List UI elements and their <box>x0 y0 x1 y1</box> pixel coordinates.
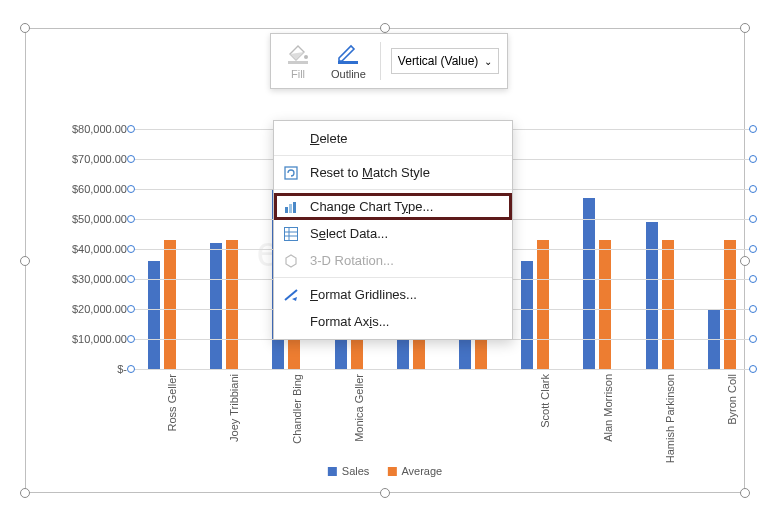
bar-average[interactable] <box>226 240 238 369</box>
y-axis-label: $30,000.00 <box>59 273 127 285</box>
ctx-label: Format Gridlines... <box>310 287 417 302</box>
axis-selection-marker[interactable] <box>127 125 135 133</box>
outline-button[interactable]: Outline <box>327 40 370 82</box>
svg-rect-1 <box>288 61 308 64</box>
bar-sales[interactable] <box>583 198 595 369</box>
bar-average[interactable] <box>537 240 549 369</box>
svg-point-0 <box>304 55 308 59</box>
axis-selection-marker[interactable] <box>749 185 757 193</box>
axis-selection-marker[interactable] <box>749 215 757 223</box>
paint-bucket-icon <box>286 42 310 64</box>
axis-selection-marker[interactable] <box>749 305 757 313</box>
ctx-format-gridlines[interactable]: Format Gridlines... <box>274 281 512 308</box>
axis-selection-marker[interactable] <box>127 155 135 163</box>
x-axis-label: Joey Tribbiani <box>228 374 240 474</box>
x-axis-label: Scott Clark <box>539 374 551 474</box>
y-axis-label: $- <box>59 363 127 375</box>
rotation-3d-icon <box>282 252 300 270</box>
x-axis-label: Chandler Bing <box>291 374 303 474</box>
ctx-label: Change Chart Type... <box>310 199 433 214</box>
svg-rect-2 <box>338 61 358 64</box>
axis-selection-marker[interactable] <box>749 125 757 133</box>
x-axis-label: Byron Coll <box>726 374 738 474</box>
bar-sales[interactable] <box>521 261 533 369</box>
pen-outline-icon <box>336 42 360 64</box>
svg-rect-3 <box>285 167 297 179</box>
dropdown-value: Vertical (Value) <box>398 54 478 68</box>
axis-selection-marker[interactable] <box>127 305 135 313</box>
resize-handle[interactable] <box>740 23 750 33</box>
ctx-label: 3-D Rotation... <box>310 253 394 268</box>
axis-selection-marker[interactable] <box>749 335 757 343</box>
mini-format-toolbar: Fill Outline Vertical (Value) ⌄ <box>270 33 508 89</box>
axis-selection-marker[interactable] <box>749 365 757 373</box>
axis-selection-marker[interactable] <box>749 275 757 283</box>
y-axis-label: $60,000.00 <box>59 183 127 195</box>
resize-handle[interactable] <box>20 488 30 498</box>
legend-label: Average <box>401 465 442 477</box>
legend-swatch-average <box>387 467 396 476</box>
ctx-label: Reset to Match Style <box>310 165 430 180</box>
menu-separator <box>274 155 512 156</box>
ctx-label: Delete <box>310 131 348 146</box>
x-axis-label: Ross Geller <box>166 374 178 474</box>
bar-average[interactable] <box>662 240 674 369</box>
svg-rect-7 <box>285 227 298 240</box>
axis-selection-marker[interactable] <box>127 365 135 373</box>
reset-style-icon <box>282 164 300 182</box>
axis-selection-marker[interactable] <box>127 185 135 193</box>
x-axis-label: Hamish Parkinson <box>664 374 676 474</box>
format-gridlines-icon <box>282 286 300 304</box>
resize-handle[interactable] <box>20 23 30 33</box>
fill-button: Fill <box>279 40 317 82</box>
resize-handle[interactable] <box>380 23 390 33</box>
toolbar-divider <box>380 42 381 80</box>
ctx-label: Format Axis... <box>310 314 389 329</box>
select-data-icon <box>282 225 300 243</box>
x-axis-label: Alan Morrison <box>602 374 614 474</box>
chart-context-menu: Delete Reset to Match Style Change Chart… <box>273 120 513 340</box>
fill-label: Fill <box>291 68 305 80</box>
x-axis-label: Monica Geller <box>353 374 365 474</box>
bar-sales[interactable] <box>148 261 160 369</box>
y-axis-label: $80,000.00 <box>59 123 127 135</box>
ctx-format-axis[interactable]: Format Axis... <box>274 308 512 335</box>
outline-label: Outline <box>331 68 366 80</box>
bar-average[interactable] <box>599 240 611 369</box>
y-axis-label: $40,000.00 <box>59 243 127 255</box>
legend-entry-average[interactable]: Average <box>387 465 442 477</box>
legend-swatch-sales <box>328 467 337 476</box>
resize-handle[interactable] <box>740 488 750 498</box>
axis-selection-marker[interactable] <box>127 335 135 343</box>
axis-selection-marker[interactable] <box>127 215 135 223</box>
axis-selection-marker[interactable] <box>127 275 135 283</box>
resize-handle[interactable] <box>380 488 390 498</box>
chart-element-dropdown[interactable]: Vertical (Value) ⌄ <box>391 48 499 74</box>
ctx-reset-style[interactable]: Reset to Match Style <box>274 159 512 186</box>
grid-line <box>131 369 753 370</box>
svg-rect-6 <box>293 202 296 213</box>
chart-type-icon <box>282 198 300 216</box>
bar-average[interactable] <box>724 240 736 369</box>
bar-sales[interactable] <box>646 222 658 369</box>
menu-separator <box>274 277 512 278</box>
y-axis-label: $20,000.00 <box>59 303 127 315</box>
bar-sales[interactable] <box>210 243 222 369</box>
ctx-change-chart-type[interactable]: Change Chart Type... <box>274 193 512 220</box>
ctx-delete[interactable]: Delete <box>274 125 512 152</box>
ctx-select-data[interactable]: Select Data... <box>274 220 512 247</box>
svg-rect-4 <box>285 207 288 213</box>
axis-selection-marker[interactable] <box>749 245 757 253</box>
ctx-label: Select Data... <box>310 226 388 241</box>
bar-average[interactable] <box>164 240 176 369</box>
resize-handle[interactable] <box>20 256 30 266</box>
ctx-3d-rotation: 3-D Rotation... <box>274 247 512 274</box>
chevron-down-icon: ⌄ <box>484 56 492 67</box>
axis-selection-marker[interactable] <box>127 245 135 253</box>
y-axis-label: $50,000.00 <box>59 213 127 225</box>
chart-legend[interactable]: Sales Average <box>328 465 442 477</box>
axis-selection-marker[interactable] <box>749 155 757 163</box>
menu-separator <box>274 189 512 190</box>
svg-rect-5 <box>289 204 292 213</box>
y-axis-label: $10,000.00 <box>59 333 127 345</box>
